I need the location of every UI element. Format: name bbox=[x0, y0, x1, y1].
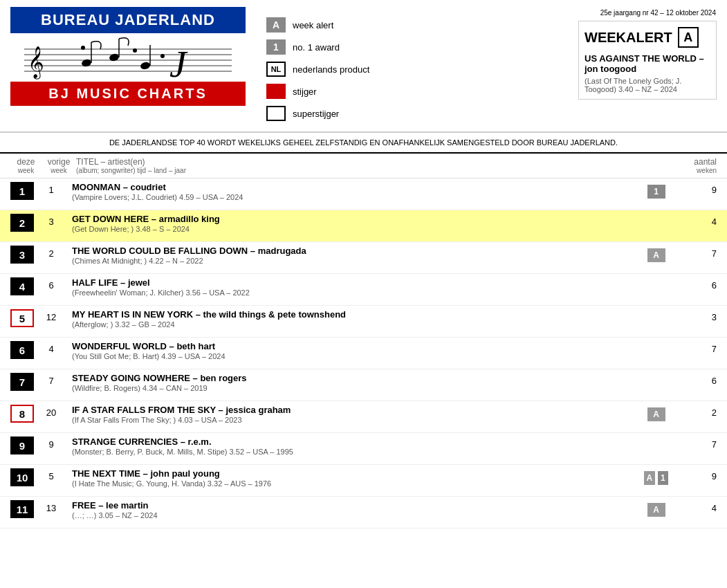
position-badge: 7 bbox=[10, 373, 34, 391]
award-badge bbox=[644, 341, 668, 344]
song-details: GET DOWN HERE – armadillo king (Get Down… bbox=[68, 214, 644, 233]
previous-position: 12 bbox=[34, 309, 68, 322]
badge-a: A bbox=[647, 407, 665, 421]
svg-text:J: J bbox=[169, 43, 188, 80]
song-info: (…; …) 3.05 – NZ – 2024 bbox=[72, 511, 644, 520]
previous-position: 13 bbox=[34, 500, 68, 513]
col-header-titel: TITEL – artiest(en) (album; songwriter) … bbox=[76, 157, 644, 174]
col-header-vorige: vorige week bbox=[42, 157, 76, 174]
song-details: THE NEXT TIME – john paul young (I Hate … bbox=[68, 468, 644, 488]
song-title: MOONMAN – coudriet bbox=[72, 182, 644, 192]
song-title: THE NEXT TIME – john paul young bbox=[72, 468, 644, 479]
weeks-count: 9 bbox=[668, 468, 717, 481]
song-details: WONDERFUL WORLD – beth hart (You Still G… bbox=[68, 341, 644, 360]
logo-section: BUREAU JADERLAND 𝄞 bbox=[10, 7, 246, 106]
previous-position: 7 bbox=[34, 373, 68, 386]
song-title: WONDERFUL WORLD – beth hart bbox=[72, 341, 644, 351]
legend-item-superstijger: superstijger bbox=[266, 106, 558, 121]
song-info: (Freewheelin' Woman; J. Kilcher) 3.56 – … bbox=[72, 288, 644, 297]
song-details: THE WORLD COULD BE FALLING DOWN – madrug… bbox=[68, 246, 644, 265]
position-badge: 6 bbox=[10, 341, 34, 359]
song-info: (If A Star Falls From The Sky; ) 4.03 – … bbox=[72, 416, 644, 424]
song-details: IF A STAR FALLS FROM THE SKY – jessica g… bbox=[68, 405, 644, 424]
song-info: (Chimes At Midnight; ) 4.22 – N – 2022 bbox=[72, 257, 644, 265]
svg-point-6 bbox=[81, 58, 92, 67]
weekalert-a-badge: A bbox=[678, 27, 699, 48]
award-badge: A bbox=[644, 500, 668, 517]
previous-position: 20 bbox=[34, 405, 68, 418]
award-badge: A bbox=[644, 405, 668, 421]
previous-position: 9 bbox=[34, 437, 68, 450]
weekalert-date: 25e jaargang nr 42 – 12 oktober 2024 bbox=[600, 9, 716, 17]
song-details: STEADY GOING NOWHERE – ben rogers (Wildf… bbox=[68, 373, 644, 392]
legend-label-superstijger: superstijger bbox=[293, 109, 339, 119]
song-info: (You Still Got Me; B. Hart) 4.39 – USA –… bbox=[72, 352, 644, 360]
badge-extra: 1 bbox=[658, 471, 669, 485]
song-title: STEADY GOING NOWHERE – ben rogers bbox=[72, 373, 644, 383]
song-title: HALF LIFE – jewel bbox=[72, 277, 644, 288]
song-details: FREE – lee martin (…; …) 3.05 – NZ – 202… bbox=[68, 500, 644, 520]
award-badge bbox=[644, 373, 668, 376]
logo-title: BUREAU JADERLAND bbox=[10, 7, 246, 33]
award-badge bbox=[644, 309, 668, 312]
badge-a: A bbox=[644, 471, 655, 485]
song-info: (Vampire Lovers; J.L. Coudriet) 4.59 – U… bbox=[72, 193, 644, 201]
chart-row: 1 1 MOONMAN – coudriet (Vampire Lovers; … bbox=[0, 178, 727, 210]
chart-row: 5 12 MY HEART IS IN NEW YORK – the wild … bbox=[0, 306, 727, 338]
legend-label-nl: nederlands product bbox=[293, 64, 369, 75]
position-badge: 5 bbox=[10, 309, 34, 327]
award-badge: A bbox=[644, 246, 668, 262]
svg-point-14 bbox=[133, 48, 137, 53]
weeks-count: 7 bbox=[668, 341, 717, 354]
top-header: BUREAU JADERLAND 𝄞 bbox=[0, 0, 727, 132]
weekalert-title: WEEKALERT bbox=[585, 30, 672, 46]
previous-position: 1 bbox=[34, 182, 68, 195]
previous-position: 4 bbox=[34, 341, 68, 354]
song-info: (Monster; B. Berry, P. Buck, M. Mills, M… bbox=[72, 448, 644, 456]
chart-row: 3 2 THE WORLD COULD BE FALLING DOWN – ma… bbox=[0, 242, 727, 274]
chart-list: 1 1 MOONMAN – coudriet (Vampire Lovers; … bbox=[0, 178, 727, 529]
position-badge: 2 bbox=[10, 214, 34, 232]
col-header-deze: deze week bbox=[10, 157, 42, 174]
legend-item-a: A week alert bbox=[266, 17, 558, 33]
award-badge bbox=[644, 277, 668, 280]
award-badge bbox=[644, 214, 668, 217]
weeks-count: 7 bbox=[668, 246, 717, 259]
legend-badge-1: 1 bbox=[266, 39, 286, 55]
weeks-count: 4 bbox=[668, 500, 717, 513]
weeks-count: 2 bbox=[668, 405, 717, 418]
song-title: STRANGE CURRENCIES – r.e.m. bbox=[72, 437, 644, 447]
weeks-count: 3 bbox=[668, 309, 717, 322]
chart-row: 8 20 IF A STAR FALLS FROM THE SKY – jess… bbox=[0, 401, 727, 433]
announcement: DE JADERLANDSE TOP 40 WORDT WEKELIJKS GE… bbox=[0, 132, 727, 154]
position-badge: 3 bbox=[10, 246, 34, 264]
weeks-count: 7 bbox=[668, 437, 717, 450]
song-title: THE WORLD COULD BE FALLING DOWN – madrug… bbox=[72, 246, 644, 256]
legend-badge-superstijger bbox=[266, 106, 286, 121]
award-badge: A1 bbox=[644, 468, 668, 485]
song-title: GET DOWN HERE – armadillo king bbox=[72, 214, 644, 224]
legend-item-1: 1 no. 1 award bbox=[266, 39, 558, 55]
legend-section: A week alert 1 no. 1 award NL nederlands… bbox=[246, 14, 578, 125]
song-details: STRANGE CURRENCIES – r.e.m. (Monster; B.… bbox=[68, 437, 644, 456]
badge-a: A bbox=[647, 248, 665, 262]
legend-label-1: no. 1 award bbox=[293, 42, 340, 53]
previous-position: 6 bbox=[34, 277, 68, 291]
svg-point-15 bbox=[160, 54, 165, 58]
position-badge: 11 bbox=[10, 500, 34, 518]
chart-row: 4 6 HALF LIFE – jewel (Freewheelin' Woma… bbox=[0, 274, 727, 306]
award-badge bbox=[644, 437, 668, 439]
logo-subtitle: BJ MUSIC CHARTS bbox=[10, 82, 246, 106]
chart-column-headers: deze week vorige week TITEL – artiest(en… bbox=[0, 154, 727, 178]
weekalert-header: WEEKALERT A bbox=[585, 27, 710, 48]
song-info: (Wildfire; B. Rogers) 4.34 – CAN – 2019 bbox=[72, 384, 644, 392]
previous-position: 3 bbox=[34, 214, 68, 227]
weeks-count: 4 bbox=[668, 214, 717, 227]
svg-text:𝄞: 𝄞 bbox=[28, 46, 44, 80]
song-title: MY HEART IS IN NEW YORK – the wild thing… bbox=[72, 309, 644, 320]
badge-a: A bbox=[647, 503, 665, 517]
weekalert-song: US AGAINST THE WORLD – jon toogood bbox=[585, 53, 710, 74]
svg-point-8 bbox=[109, 53, 120, 62]
weeks-count: 9 bbox=[668, 182, 717, 195]
song-info: (I Hate The Music; G. Young, H. Vanda) 3… bbox=[72, 479, 644, 488]
